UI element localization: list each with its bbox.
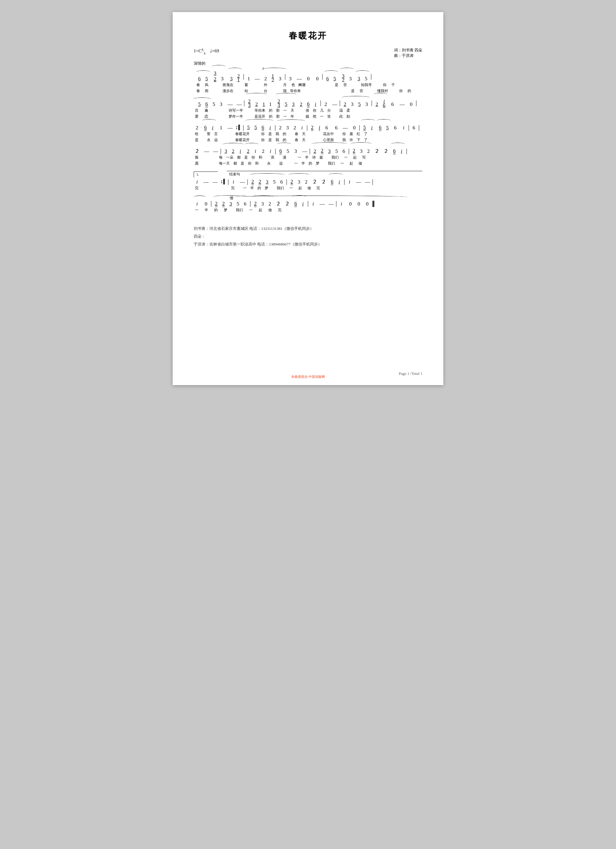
notes-row-1: 6 5 32 3 3 21 | 1 — 2: [194, 70, 422, 82]
meta-row: 1=C4⁄4 ♩=69 词：刘书青 四朵 曲：于洪涛: [194, 48, 422, 58]
lyrics-row-6: 一 半 的 梦 我们 一 起 做 完: [194, 208, 422, 213]
lyricist: 词：刘书青 四朵: [394, 48, 422, 53]
notes-row-3: 2· 6 i 1 — :‖ | 5 5 6 i |: [194, 124, 422, 131]
notes-row-6: i 0 | 2 2 3 5 6 | 2 3 2 2̇ 2̇: [194, 200, 422, 207]
key-signature: 1=C4⁄4 ♩=69: [194, 48, 219, 53]
lyrics-row-1b: 春雨 漫步在 站 台 我 等你来 是否 懂我对 你的: [194, 88, 422, 94]
lyrics-row-4b: 愿 每一天都是你和 永 远 一半的梦 我们 一 起 做: [194, 161, 422, 166]
contact-section: 刘书青：河北省石家庄市藁城区 电话：13231131381（微信手机同步） 四朵…: [194, 225, 422, 248]
contact-3: 于洪涛：吉林省白城市第一职业高中 电话：13894686677（微信手机同步）: [194, 240, 422, 248]
key-tempo: 1=C4⁄4 ♩=69: [194, 48, 219, 54]
notes-row-4: 2̇ — — | 3 2 i 2 i 2 i |: [194, 147, 422, 154]
lyrics-row-2a: 百遍 诗写一半 等你来的那一天 借你几分 温柔: [194, 108, 422, 113]
lyrics-row-2b: 爱恋 梦作一半 是花开的那一年 嫣然一笑 此刻: [194, 114, 422, 119]
music-row-6: 慢 i 0 | 2 2 3 5 6 | 2 3 2 2̇: [194, 195, 422, 213]
notes-row-5: i — — :‖ | i — | 2 2 3 5 6 | 2: [194, 178, 422, 185]
music-row-3: 2· 6 i 1 — :‖ | 5 5 6 i |: [194, 124, 422, 143]
sheet-music-page: 春暖花开 1=C4⁄4 ♩=69 词：刘书青 四朵 曲：于洪涛 深情的 6 5: [173, 12, 443, 385]
song-title: 春暖花开: [194, 30, 422, 42]
lyrics-row-3a: 给 誓言 春暖花开 你是我的 春天 花丛中 你羞红 了: [194, 131, 422, 137]
authors: 词：刘书青 四朵 曲：于洪涛: [394, 48, 422, 58]
lyrics-row-1a: 春风 摇曳在 窗 外 月 色阑珊 是否 知我寻 你千: [194, 82, 422, 88]
contact-1: 刘书青：河北省石家庄市藁城区 电话：13231131381（微信手机同步）: [194, 225, 422, 232]
notes-row-2: 5 6 5 3 — — | 23 2 1 1 23 5 3: [194, 98, 422, 107]
tempo-marking: 深情的: [194, 61, 422, 66]
contact-2: 四朵：: [194, 232, 422, 240]
music-row-2: 5 6 5 3 — — | 23 2 1 1 23 5 3: [194, 98, 422, 119]
watermark: 本曲谱原自 中国词曲网: [173, 375, 443, 379]
lyrics-row-3b: 是 永远 春暖花开 你是我的 春天 心里面 我许下 了: [194, 137, 422, 143]
lyrics-row-4a: 脸 每一朵都是你和 浪 漫 一半诗篇 我们 一 起 写: [194, 155, 422, 160]
music-row-4: 2̇ — — | 3 2 i 2 i 2 i |: [194, 147, 422, 166]
music-row-5: 1. 结束句 i — — :‖ | i — | 2 2 3 5: [194, 171, 422, 191]
lyrics-row-5: 完 完 一半的梦 我们 一 起 做 完: [194, 186, 422, 191]
composer: 曲：于洪涛: [394, 53, 422, 58]
music-row-1: 6 5 32 3 3 21 | 1 — 2: [194, 70, 422, 94]
